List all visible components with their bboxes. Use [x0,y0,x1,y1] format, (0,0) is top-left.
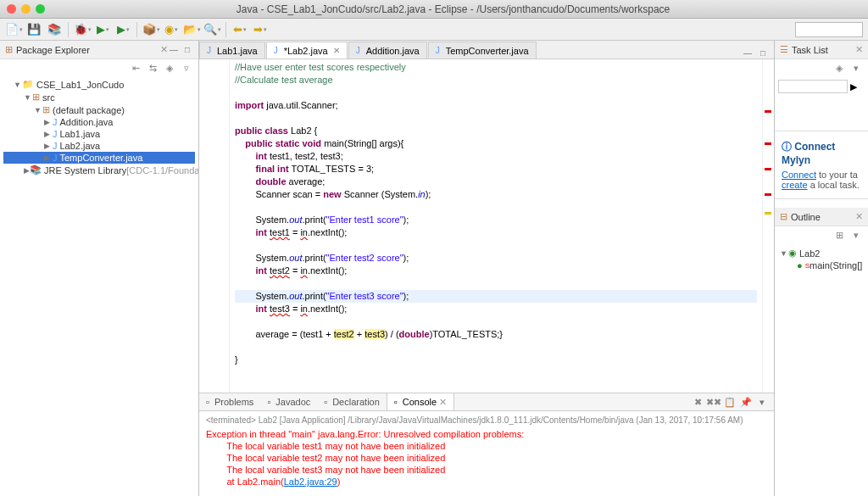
close-window-button[interactable] [7,4,16,14]
outline-filter-icon[interactable]: ▾ [849,228,863,242]
link-editor-icon[interactable]: ⇆ [146,61,159,75]
tree-file-tempconverter[interactable]: ▶JTempConverter.java [3,152,195,164]
bottom-tab-declaration[interactable]: ▫Declaration [317,393,387,410]
console-remove-all-icon[interactable]: ✖✖ [707,395,721,409]
tree-jre[interactable]: ▶📚JRE System Library [CDC-1.1/Founda [3,164,195,176]
code-line[interactable]: System.out.print("Enter test3 score"); [235,290,757,303]
tab-close-icon[interactable]: ✕ [333,46,340,55]
new-package-button[interactable]: 📦 [142,21,159,38]
code-line[interactable] [235,277,757,290]
console-pin-icon[interactable]: 📌 [739,395,753,409]
run-button[interactable]: ▶ [94,21,111,38]
code-line[interactable] [235,112,757,125]
tree-file-lab2[interactable]: ▶JLab2.java [3,140,195,152]
new-button[interactable]: 📄 [5,21,22,38]
window-titlebar: Java - CSE_Lab1_JonCudo/src/Lab2.java - … [0,0,868,19]
editor-minimize-icon[interactable]: — [742,47,754,59]
code-line[interactable]: Scanner scan = new Scanner (System.in); [235,188,757,201]
task-categorize-icon[interactable]: ▾ [849,61,863,75]
console-view[interactable]: <terminated> Lab2 [Java Application] /Li… [199,411,774,496]
task-filter-input[interactable] [778,80,848,93]
code-line[interactable]: average = (test1 + test2 + test3) / (dou… [235,328,757,341]
editor-tabs: JLab1.javaJ*Lab2.java✕JAddition.javaJTem… [199,41,774,59]
bottom-tab-console[interactable]: ▫Console ✕ [387,393,454,410]
task-list-title: Task List [792,45,852,55]
editor-tab-addition[interactable]: JAddition.java [348,42,427,59]
editor-maximize-icon[interactable]: □ [757,47,769,59]
outline-method[interactable]: ●S main(String[] [778,259,865,271]
package-explorer-tree[interactable]: ▼📁CSE_Lab1_JonCudo ▼⊞src ▼⊞(default pack… [0,76,198,178]
code-line[interactable] [235,239,757,252]
console-stacktrace-link[interactable]: Lab2.java:29 [284,476,337,487]
editor-tab-lab2[interactable]: J*Lab2.java✕ [266,42,348,59]
code-line[interactable]: //Calculate test average [235,74,757,86]
search-button[interactable]: 🔍 [203,21,220,38]
code-line[interactable]: int test1, test2, test3; [235,150,757,163]
code-line[interactable] [235,315,757,328]
overview-ruler[interactable] [762,59,774,393]
maximize-view-icon[interactable]: □ [181,44,193,56]
package-explorer-icon: ⊞ [5,44,13,55]
console-line: The local variable test2 may not have be… [206,452,767,464]
code-line[interactable]: double average; [235,176,757,188]
editor-text[interactable]: //Have user enter test scores respective… [230,59,762,393]
console-remove-terminated-icon[interactable]: ✖ [691,395,704,409]
outline-close-icon[interactable]: ✕ [855,211,863,222]
code-line[interactable]: //Have user enter test scores respective… [235,61,757,74]
view-menu-icon[interactable]: ▿ [180,61,193,75]
console-display-icon[interactable]: 📋 [723,395,737,409]
run-last-button[interactable]: ▶ [114,21,131,38]
tree-file-lab1[interactable]: ▶JLab1.java [3,128,195,140]
package-explorer-toolbar: ⇤ ⇆ ◈ ▿ [0,59,198,76]
bottom-tab-problems[interactable]: ▫Problems [199,393,260,410]
mylyn-create-link[interactable]: create [782,180,808,190]
task-list-close-icon[interactable]: ✕ [855,44,863,55]
outline-sort-icon[interactable]: ⊞ [832,228,846,242]
editor-tab-tempconverter[interactable]: JTempConverter.java [428,42,537,59]
code-line[interactable] [235,201,757,214]
maximize-window-button[interactable] [36,4,45,14]
code-line[interactable]: } [235,354,757,366]
editor-body[interactable]: //Have user enter test scores respective… [199,59,774,393]
view-close-icon[interactable]: ✕ [160,44,168,55]
collapse-all-icon[interactable]: ⇤ [129,61,142,75]
minimize-window-button[interactable] [21,4,31,14]
save-all-button[interactable]: 📚 [46,21,63,38]
tree-src[interactable]: ▼⊞src [3,91,195,103]
editor-ruler [199,59,230,393]
code-line[interactable] [235,341,757,354]
save-button[interactable]: 💾 [25,21,42,38]
tree-file-addition[interactable]: ▶JAddition.java [3,116,195,128]
debug-button[interactable]: 🐞 [74,21,91,38]
mylyn-connect-link[interactable]: Connect [782,170,816,180]
open-type-button[interactable]: 📂 [183,21,200,38]
tree-project[interactable]: ▼📁CSE_Lab1_JonCudo [3,78,195,91]
quick-access-input[interactable] [795,22,863,37]
outline-class[interactable]: ▼◉Lab2 [778,247,865,259]
outline-tree[interactable]: ▼◉Lab2 ●S main(String[] [775,243,868,275]
task-list-header: ☰ Task List ✕ [775,41,868,59]
code-line[interactable]: int test2 = in.nextInt(); [235,265,757,277]
outline-header: ⊟ Outline ✕ [775,208,868,226]
tree-package[interactable]: ▼⊞(default package) [3,103,195,116]
outline-title: Outline [791,212,852,222]
new-type-button[interactable]: ◉ [163,21,180,38]
minimize-view-icon[interactable]: — [168,44,180,56]
code-line[interactable]: public static void main(String[] args){ [235,137,757,150]
console-select-icon[interactable]: ▾ [755,395,769,409]
code-line[interactable]: final int TOTAL_TESTS = 3; [235,163,757,176]
nav-back-button[interactable]: ⬅ [231,21,248,38]
code-line[interactable]: int test1 = in.nextInt(); [235,226,757,239]
task-new-icon[interactable]: ◈ [832,61,846,75]
code-line[interactable]: int test3 = in.nextInt(); [235,303,757,315]
code-line[interactable] [235,86,757,99]
bottom-tab-javadoc[interactable]: ▫Javadoc [260,393,317,410]
editor-tab-lab1[interactable]: JLab1.java [199,42,265,59]
code-line[interactable]: System.out.print("Enter test1 score"); [235,214,757,226]
task-filter-go-icon[interactable]: ▶ [850,81,857,92]
code-line[interactable]: import java.util.Scanner; [235,99,757,112]
code-line[interactable]: System.out.print("Enter test2 score"); [235,252,757,265]
nav-forward-button[interactable]: ➡ [252,21,269,38]
code-line[interactable]: public class Lab2 { [235,125,757,137]
focus-task-icon[interactable]: ◈ [163,61,176,75]
